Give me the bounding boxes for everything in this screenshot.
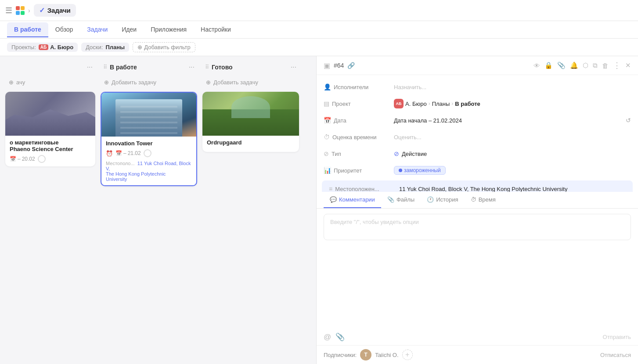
field-time[interactable]: ⏱ Оценка времени Оценить... xyxy=(317,129,638,145)
app-title-button[interactable]: ✓ Задачи xyxy=(34,4,76,17)
comment-input[interactable]: Введите "/", чтобы увидеть опции xyxy=(324,214,631,240)
boards-label: Доски: xyxy=(86,44,103,50)
add-task-label: ачу xyxy=(16,79,25,86)
timer-icon-field: ⏱ xyxy=(324,133,330,141)
detail-content: 👤 Исполнители Назначить... ▤ Проект АБ А… xyxy=(317,75,638,192)
action-icon: ⊘ xyxy=(394,150,399,157)
card-body-phaeno: о маркетинговыеPhaeno Science Center 📅 –… xyxy=(5,136,95,166)
close-icon[interactable]: ✕ xyxy=(625,61,631,69)
calendar-icon: 📅 xyxy=(10,156,16,162)
calendar-icon-field: 📅 xyxy=(324,117,331,124)
detail-tabs: 💬 Комментарии 📎 Файлы 🕐 История ⏱ Время xyxy=(317,192,638,209)
project-board: Планы xyxy=(432,101,450,107)
time-icon: ⏱ xyxy=(471,196,476,203)
add-task-button-done[interactable]: ⊕ Добавить задачу xyxy=(202,76,299,88)
more-icon[interactable]: ⋮ xyxy=(613,61,621,70)
board-name: Планы xyxy=(105,44,125,50)
card-assignee-phaeno xyxy=(38,155,46,163)
assignee-value[interactable]: Назначить... xyxy=(394,84,631,90)
at-icon[interactable]: @ xyxy=(324,333,331,342)
column-menu-icon-done[interactable]: ··· xyxy=(291,63,296,71)
check-icon: ✓ xyxy=(39,6,45,14)
attach-icon-comment[interactable]: 📎 xyxy=(335,332,345,342)
add-subscriber-button[interactable]: + xyxy=(402,350,413,360)
tab-comments[interactable]: 💬 Комментарии xyxy=(324,192,381,208)
location-icon: ≡ xyxy=(329,185,332,192)
location-value[interactable]: 11 Yuk Choi Road, Block V, The Hong Kong… xyxy=(399,186,626,192)
task-card-phaeno[interactable]: о маркетинговыеPhaeno Science Center 📅 –… xyxy=(5,92,95,166)
tab-files[interactable]: 📎 Файлы xyxy=(381,192,421,208)
priority-badge: замороженный xyxy=(394,166,446,175)
date-value[interactable]: Дата начала – 21.02.2024 xyxy=(394,117,626,124)
card-title-phaeno: о маркетинговыеPhaeno Science Center xyxy=(10,139,91,152)
field-project[interactable]: ▤ Проект АБ А. Бюро › Планы › В работе xyxy=(317,95,638,112)
tab-settings[interactable]: Настройки xyxy=(194,22,238,37)
bell-icon[interactable]: 🔔 xyxy=(570,61,578,69)
tab-apps[interactable]: Приложения xyxy=(144,22,194,37)
detail-header: ▣ #64 🔗 👁 🔒 📎 🔔 ⬡ ⧉ 🗑 ⋮ ✕ xyxy=(317,56,638,75)
card-title-ordrupgaard: Ordrupgaard xyxy=(207,139,295,146)
column-inwork: ⠿ В работе ··· ⊕ Добавить задачу xyxy=(101,61,197,359)
card-location-innovation: Местополо... 11 Yuk Choi Road, Block V,T… xyxy=(101,161,196,185)
add-filter-icon: ⊕ xyxy=(137,44,142,50)
type-value[interactable]: ⊘ Действие xyxy=(394,150,631,157)
subscribers-label: Подписчики: xyxy=(324,352,357,358)
field-type[interactable]: ⊘ Тип ⊘ Действие xyxy=(317,145,638,162)
tab-time[interactable]: ⏱ Время xyxy=(465,192,502,208)
paperclip-icon[interactable]: 📎 xyxy=(557,61,566,69)
tab-inwork[interactable]: В работе xyxy=(7,22,48,37)
field-assignee[interactable]: 👤 Исполнители Назначить... xyxy=(317,79,638,95)
column-header-inwork: ⠿ В работе ··· xyxy=(101,61,197,73)
card-date-innovation: 📅 – 21.02 xyxy=(115,150,141,156)
boards-filter-chip[interactable]: Доски: Планы xyxy=(81,43,129,52)
calendar-icon-innovation: 📅 xyxy=(115,150,122,156)
copy-icon[interactable]: ⧉ xyxy=(593,61,598,69)
trash-icon[interactable]: 🗑 xyxy=(602,62,609,69)
tab-history[interactable]: 🕐 История xyxy=(421,192,464,208)
add-task-button-partial[interactable]: ⊕ ачу xyxy=(5,76,95,88)
comment-placeholder: Введите "/", чтобы увидеть опции xyxy=(330,219,419,225)
priority-value[interactable]: замороженный xyxy=(394,166,631,175)
column-done: ⠿ Готово ··· ⊕ Добавить задачу xyxy=(202,61,299,359)
arrow-icon: › xyxy=(28,7,30,14)
share-icon[interactable]: ⬡ xyxy=(583,61,588,69)
field-date[interactable]: 📅 Дата Дата начала – 21.02.2024 ↺ xyxy=(317,112,638,129)
project-value[interactable]: АБ А. Бюро › Планы › В работе xyxy=(394,99,631,108)
field-location[interactable]: ≡ Местоположен... 11 Yuk Choi Road, Bloc… xyxy=(322,180,633,192)
nav-tabs: В работе Обзор Задачи Идеи Приложения На… xyxy=(0,21,638,39)
add-filter-button[interactable]: ⊕ Добавить фильтр xyxy=(133,42,195,52)
add-task-button-inwork[interactable]: ⊕ Добавить задачу xyxy=(101,76,197,88)
card-date-phaeno: 📅 – 20.02 xyxy=(10,156,35,162)
task-id: #64 xyxy=(334,62,344,69)
lock-icon[interactable]: 🔒 xyxy=(544,61,553,69)
project-status: В работе xyxy=(455,101,480,107)
column-menu-icon-inwork[interactable]: ··· xyxy=(189,63,195,71)
tab-tasks[interactable]: Задачи xyxy=(80,22,115,37)
refresh-icon[interactable]: ↺ xyxy=(626,117,631,124)
location-label: Местополо... xyxy=(106,161,136,166)
board-columns: ··· ⊕ ачу о маркетинговыеPhaeno Science … xyxy=(0,56,316,364)
projects-label: Проекты: xyxy=(11,44,36,50)
hamburger-icon[interactable]: ☰ xyxy=(5,6,12,15)
type-label: ⊘ Тип xyxy=(324,150,394,157)
add-icon: ⊕ xyxy=(9,79,14,86)
time-label: Время xyxy=(479,196,496,203)
unsubscribe-button[interactable]: Отписаться xyxy=(600,352,631,358)
field-priority[interactable]: 📊 Приоритет замороженный xyxy=(317,162,638,179)
projects-filter-chip[interactable]: Проекты: АБ А. Бюро xyxy=(7,43,78,52)
files-icon: 📎 xyxy=(387,196,394,203)
eye-icon[interactable]: 👁 xyxy=(533,62,540,69)
date-label: 📅 Дата xyxy=(324,117,394,124)
main-layout: ··· ⊕ ачу о маркетинговыеPhaeno Science … xyxy=(0,56,638,364)
column-menu-icon[interactable]: ··· xyxy=(87,63,93,71)
tab-overview[interactable]: Обзор xyxy=(48,22,80,37)
link-icon[interactable]: 🔗 xyxy=(347,62,355,69)
send-button[interactable]: Отправить xyxy=(603,334,631,340)
tab-ideas[interactable]: Идеи xyxy=(115,22,144,37)
time-value[interactable]: Оценить... xyxy=(394,134,631,141)
project-label: ▤ Проект xyxy=(324,100,394,107)
task-card-ordrupgaard[interactable]: Ordrupgaard xyxy=(202,92,299,152)
column-header-done: ⠿ Готово ··· xyxy=(202,61,299,73)
task-card-innovation[interactable]: Innovation Tower ⏰ 📅 – 21.02 Мес xyxy=(101,92,197,186)
add-icon-done: ⊕ xyxy=(206,79,211,86)
